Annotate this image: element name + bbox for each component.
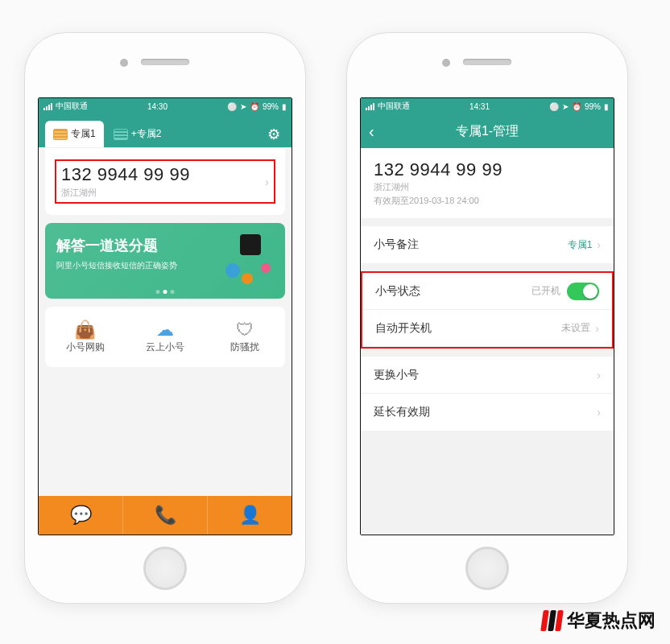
expiry-text: 有效期至2019-03-18 24:00 bbox=[374, 194, 601, 208]
tab-slot2[interactable]: +专属2 bbox=[105, 121, 170, 147]
contacts-icon: 👤 bbox=[239, 505, 261, 526]
battery-label: 99% bbox=[263, 102, 279, 111]
screen-2: 中国联通 14:31 ⚪ ➤ ⏰ 99% ▮ ‹ 专属1-管理 132 9944… bbox=[360, 97, 614, 535]
home-button[interactable] bbox=[465, 547, 509, 590]
pager-dots bbox=[156, 290, 175, 294]
group-remark: 小号备注 专属1 › bbox=[361, 226, 614, 263]
cloud-icon: ☁︎ bbox=[125, 320, 205, 341]
location-icon: ➤ bbox=[240, 102, 246, 111]
contacts-button[interactable]: 👤 bbox=[208, 496, 292, 535]
group-actions: 更换小号 › 延长有效期 › bbox=[361, 357, 614, 431]
phone-number: 132 9944 99 99 bbox=[61, 164, 269, 185]
bottom-action-bar: 💬 📞 👤 bbox=[39, 496, 292, 535]
phone-number: 132 9944 99 99 bbox=[374, 159, 601, 180]
row-extend[interactable]: 延长有效期 › bbox=[361, 394, 614, 431]
top-header-tabs: 专属1 +专属2 ⚙ bbox=[39, 114, 292, 147]
sim-icon bbox=[53, 129, 68, 140]
camera-dot bbox=[442, 59, 450, 67]
tab2-label: +专属2 bbox=[131, 127, 162, 141]
tab1-label: 专属1 bbox=[71, 127, 96, 141]
row-remark-label: 小号备注 bbox=[374, 237, 419, 252]
alarm-icon: ⏰ bbox=[572, 102, 581, 111]
phone-mockup-2: 中国联通 14:31 ⚪ ➤ ⏰ 99% ▮ ‹ 专属1-管理 132 9944… bbox=[346, 32, 628, 604]
main-content-1: 132 9944 99 99 浙江湖州 › 解答一道送分题 阿里小号短信接收短信… bbox=[39, 147, 292, 535]
row-auto[interactable]: 自动开关机 未设置 › bbox=[362, 310, 612, 347]
feature-shopping[interactable]: 👜 小号网购 bbox=[45, 320, 125, 354]
chevron-right-icon: › bbox=[597, 406, 601, 419]
alarm-icon: ⏰ bbox=[250, 102, 259, 111]
status-time: 14:31 bbox=[469, 102, 490, 111]
speaker-grill bbox=[463, 59, 511, 65]
row-auto-label: 自动开关机 bbox=[375, 321, 432, 336]
promo-illustration bbox=[221, 231, 277, 287]
feature-antispam[interactable]: 🛡︎ 防骚扰 bbox=[205, 320, 285, 354]
messages-button[interactable]: 💬 bbox=[39, 496, 123, 535]
bag-icon: 👜 bbox=[45, 320, 125, 341]
watermark: 华夏热点网 bbox=[542, 609, 656, 633]
camera-dot bbox=[120, 59, 128, 67]
chevron-right-icon: › bbox=[265, 175, 269, 188]
chevron-right-icon: › bbox=[597, 238, 601, 251]
messages-icon: 💬 bbox=[70, 505, 92, 526]
bluetooth-icon: ⚪ bbox=[549, 102, 559, 111]
row-status[interactable]: 小号状态 已开机 bbox=[362, 273, 612, 310]
highlighted-number-row[interactable]: 132 9944 99 99 浙江湖州 › bbox=[55, 159, 275, 204]
status-bar: 中国联通 14:31 ⚪ ➤ ⏰ 99% ▮ bbox=[361, 98, 614, 114]
feature-antispam-label: 防骚扰 bbox=[230, 341, 259, 353]
number-card: 132 9944 99 99 浙江湖州 › bbox=[45, 147, 285, 215]
status-toggle-on[interactable] bbox=[567, 283, 599, 300]
location-icon: ➤ bbox=[562, 102, 569, 111]
phone-location: 浙江湖州 bbox=[61, 187, 269, 199]
phone-mockup-1: 中国联通 14:30 ⚪ ➤ ⏰ 99% ▮ 专属1 +专属2 bbox=[24, 32, 306, 604]
battery-label: 99% bbox=[585, 102, 601, 111]
page-header: ‹ 专属1-管理 bbox=[361, 114, 614, 148]
highlighted-status-group: 小号状态 已开机 自动开关机 未设置 › bbox=[361, 271, 614, 349]
screen-1: 中国联通 14:30 ⚪ ➤ ⏰ 99% ▮ 专属1 +专属2 bbox=[38, 97, 292, 535]
battery-icon: ▮ bbox=[282, 102, 287, 111]
speaker-grill bbox=[141, 59, 189, 65]
sim-icon bbox=[114, 129, 128, 140]
row-change-label: 更换小号 bbox=[374, 368, 419, 382]
chevron-right-icon: › bbox=[595, 322, 599, 335]
feature-cloud[interactable]: ☁︎ 云上小号 bbox=[125, 320, 205, 354]
chevron-right-icon: › bbox=[597, 369, 601, 382]
phone-location: 浙江湖州 bbox=[374, 180, 601, 194]
feature-row: 👜 小号网购 ☁︎ 云上小号 🛡︎ 防骚扰 bbox=[45, 307, 285, 367]
row-remark-value: 专属1 bbox=[568, 238, 593, 252]
signal-icon bbox=[366, 103, 374, 110]
watermark-text: 华夏热点网 bbox=[567, 609, 656, 633]
number-section: 132 9944 99 99 浙江湖州 有效期至2019-03-18 24:00 bbox=[361, 148, 614, 218]
battery-icon: ▮ bbox=[604, 102, 609, 111]
main-content-2: 132 9944 99 99 浙江湖州 有效期至2019-03-18 24:00… bbox=[361, 148, 614, 535]
row-extend-label: 延长有效期 bbox=[374, 405, 430, 419]
page-title: 专属1-管理 bbox=[385, 123, 606, 140]
phone-icon: 📞 bbox=[155, 505, 176, 526]
status-bar: 中国联通 14:30 ⚪ ➤ ⏰ 99% ▮ bbox=[39, 98, 292, 114]
row-status-label: 小号状态 bbox=[375, 284, 420, 299]
bluetooth-icon: ⚪ bbox=[227, 102, 237, 111]
shield-icon: 🛡︎ bbox=[205, 320, 285, 341]
promo-banner[interactable]: 解答一道送分题 阿里小号短信接收短信的正确姿势 bbox=[45, 223, 285, 299]
row-auto-value: 未设置 bbox=[561, 321, 590, 335]
back-button[interactable]: ‹ bbox=[369, 122, 385, 141]
row-status-value: 已开机 bbox=[531, 284, 560, 298]
tab-slot1[interactable]: 专属1 bbox=[45, 121, 104, 147]
carrier-label: 中国联通 bbox=[378, 101, 410, 112]
signal-icon bbox=[43, 103, 52, 110]
watermark-logo-icon bbox=[542, 610, 562, 631]
call-button[interactable]: 📞 bbox=[123, 496, 208, 535]
feature-shopping-label: 小号网购 bbox=[66, 341, 105, 353]
row-remark[interactable]: 小号备注 专属1 › bbox=[361, 226, 614, 263]
feature-cloud-label: 云上小号 bbox=[146, 341, 184, 353]
row-change[interactable]: 更换小号 › bbox=[361, 357, 614, 394]
home-button[interactable] bbox=[143, 547, 187, 590]
carrier-label: 中国联通 bbox=[56, 101, 88, 112]
settings-icon[interactable]: ⚙ bbox=[267, 126, 280, 143]
status-time: 14:30 bbox=[147, 102, 168, 111]
